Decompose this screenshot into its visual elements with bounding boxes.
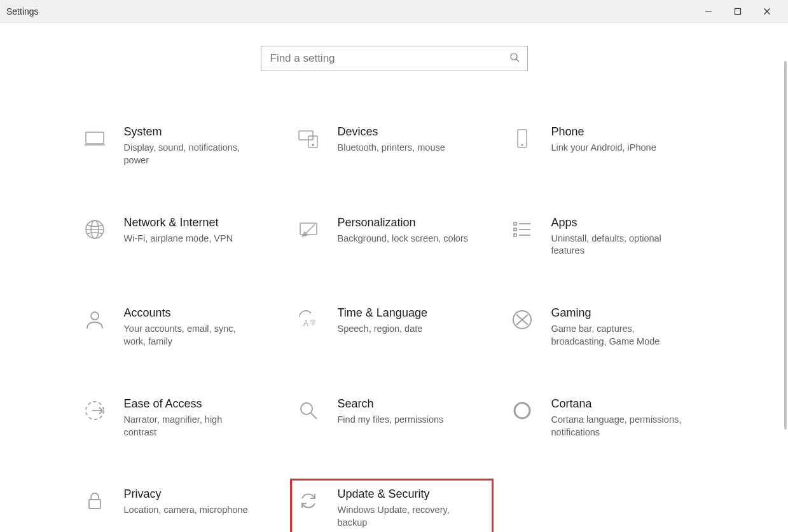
magnifier-icon: [296, 398, 321, 423]
category-personalization[interactable]: Personalization Background, lock screen,…: [293, 213, 490, 261]
svg-point-31: [515, 403, 530, 418]
category-desc: Narrator, magnifier, high contrast: [124, 414, 258, 439]
category-title: Time & Language: [338, 306, 488, 320]
search-icon: [509, 52, 520, 65]
category-system[interactable]: System Display, sound, notifications, po…: [79, 122, 277, 170]
category-privacy[interactable]: Privacy Location, camera, microphone: [79, 484, 277, 532]
svg-text:A: A: [303, 319, 308, 328]
category-desc: Speech, region, date: [338, 323, 471, 336]
category-devices[interactable]: Devices Bluetooth, printers, mouse: [293, 122, 490, 170]
category-time-language[interactable]: A 字 Time & Language Speech, region, date: [293, 303, 490, 351]
svg-line-30: [311, 413, 317, 419]
category-title: Search: [338, 397, 488, 411]
category-desc: Background, lock screen, colors: [338, 233, 471, 245]
devices-icon: [296, 126, 321, 151]
category-title: Ease of Access: [124, 397, 274, 411]
category-search[interactable]: Search Find my files, permissions: [293, 394, 490, 442]
svg-point-12: [522, 144, 523, 146]
category-title: Privacy: [124, 487, 274, 501]
apps-list-icon: [509, 217, 535, 242]
phone-icon: [509, 126, 535, 151]
svg-rect-6: [86, 132, 104, 144]
category-desc: Display, sound, notifications, power: [124, 142, 258, 167]
category-phone[interactable]: Phone Link your Android, iPhone: [507, 122, 704, 170]
category-title: Apps: [551, 215, 702, 230]
category-title: Gaming: [551, 306, 702, 320]
scrollbar[interactable]: [784, 61, 787, 515]
svg-rect-8: [299, 131, 313, 140]
update-icon: [296, 488, 321, 514]
svg-point-29: [301, 403, 312, 414]
svg-text:字: 字: [310, 319, 316, 326]
category-desc: Windows Update, recovery, backup: [338, 504, 471, 529]
category-title: Update & Security: [338, 487, 488, 501]
category-desc: Link your Android, iPhone: [551, 142, 685, 154]
svg-rect-32: [89, 500, 100, 508]
svg-rect-19: [514, 228, 516, 231]
category-desc: Game bar, captures, broadcasting, Game M…: [551, 323, 685, 348]
xbox-icon: [509, 307, 535, 332]
time-language-icon: A 字: [296, 307, 321, 332]
paintbrush-icon: [296, 217, 321, 242]
person-icon: [82, 307, 107, 332]
category-desc: Cortana language, permissions, notificat…: [551, 414, 685, 439]
close-button[interactable]: [752, 1, 782, 22]
system-icon: [82, 126, 107, 151]
category-desc: Bluetooth, printers, mouse: [338, 142, 471, 154]
category-network[interactable]: Network & Internet Wi-Fi, airplane mode,…: [79, 213, 277, 261]
svg-point-10: [312, 144, 313, 146]
category-desc: Wi-Fi, airplane mode, VPN: [124, 233, 258, 245]
globe-icon: [82, 217, 107, 242]
search-input[interactable]: [269, 51, 509, 65]
category-gaming[interactable]: Gaming Game bar, captures, broadcasting,…: [507, 303, 704, 351]
category-desc: Find my files, permissions: [338, 414, 471, 426]
category-ease-of-access[interactable]: Ease of Access Narrator, magnifier, high…: [79, 394, 277, 442]
category-cortana[interactable]: Cortana Cortana language, permissions, n…: [507, 394, 704, 442]
category-title: Phone: [551, 125, 702, 139]
category-apps[interactable]: Apps Uninstall, defaults, optional featu…: [507, 213, 704, 261]
category-title: Cortana: [551, 397, 702, 411]
svg-line-5: [516, 59, 519, 62]
category-grid: System Display, sound, notifications, po…: [79, 122, 709, 532]
svg-rect-17: [514, 222, 516, 225]
window-title: Settings: [6, 6, 39, 17]
svg-point-4: [511, 53, 517, 60]
category-title: Devices: [338, 125, 488, 139]
category-title: Network & Internet: [124, 215, 274, 230]
search-box[interactable]: [261, 46, 528, 71]
lock-icon: [82, 488, 107, 514]
svg-point-23: [91, 312, 99, 320]
category-title: Accounts: [124, 306, 274, 320]
maximize-button[interactable]: [723, 1, 752, 22]
svg-rect-1: [735, 8, 741, 14]
category-update-security[interactable]: Update & Security Windows Update, recove…: [290, 479, 494, 532]
category-desc: Uninstall, defaults, optional features: [551, 233, 685, 257]
minimize-button[interactable]: [694, 1, 723, 22]
scrollbar-thumb[interactable]: [784, 61, 787, 430]
ease-of-access-icon: [82, 398, 107, 423]
cortana-icon: [509, 398, 535, 423]
svg-rect-21: [514, 234, 516, 236]
category-title: Personalization: [338, 215, 488, 230]
category-desc: Your accounts, email, sync, work, family: [124, 323, 258, 348]
category-title: System: [124, 125, 274, 139]
category-desc: Location, camera, microphone: [124, 504, 258, 517]
category-accounts[interactable]: Accounts Your accounts, email, sync, wor…: [79, 303, 277, 351]
